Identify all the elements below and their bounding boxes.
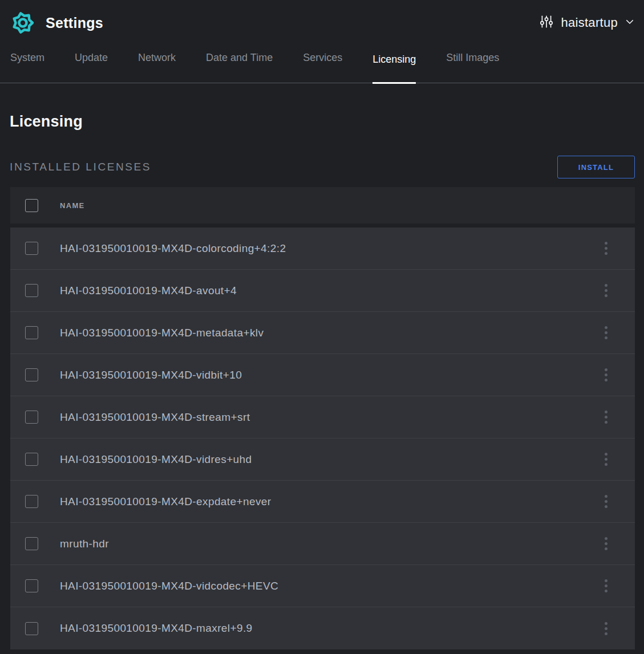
row-checkbox-cell xyxy=(10,326,60,339)
licenses-table: NAME HAI-031950010019-MX4D-colorcoding+4… xyxy=(10,187,635,649)
tab-network[interactable]: Network xyxy=(138,52,176,84)
kebab-menu-icon[interactable] xyxy=(601,323,611,343)
row-checkbox[interactable] xyxy=(25,622,38,635)
kebab-menu-icon[interactable] xyxy=(601,365,611,385)
row-checkbox[interactable] xyxy=(25,453,38,466)
settings-gear-icon xyxy=(9,9,37,36)
table-row: HAI-031950010019-MX4D-maxrel+9.9 xyxy=(10,607,635,649)
row-checkbox[interactable] xyxy=(25,495,38,508)
table-row: HAI-031950010019-MX4D-avout+4 xyxy=(10,270,635,312)
row-actions-cell xyxy=(577,407,635,427)
row-checkbox[interactable] xyxy=(25,368,38,381)
settings-tab-bar: System Update Network Date and Time Serv… xyxy=(0,46,644,83)
tab-services[interactable]: Services xyxy=(303,52,342,84)
table-row: HAI-031950010019-MX4D-vidbit+10 xyxy=(10,354,635,396)
license-name: HAI-031950010019-MX4D-stream+srt xyxy=(60,411,577,424)
row-checkbox-cell xyxy=(10,453,60,466)
row-actions-cell xyxy=(577,238,635,258)
row-checkbox[interactable] xyxy=(25,326,38,339)
license-name: HAI-031950010019-MX4D-vidres+uhd xyxy=(60,453,577,466)
table-row: HAI-031950010019-MX4D-colorcoding+4:2:2 xyxy=(10,228,635,270)
row-actions-cell xyxy=(577,491,635,511)
license-name: HAI-031950010019-MX4D-vidbit+10 xyxy=(60,369,577,381)
row-checkbox[interactable] xyxy=(25,242,38,255)
kebab-menu-icon[interactable] xyxy=(601,491,611,511)
kebab-menu-icon[interactable] xyxy=(601,407,611,427)
app-bar: Settings haistartup xyxy=(0,0,644,46)
row-checkbox-cell xyxy=(10,284,60,297)
row-checkbox-cell xyxy=(10,242,60,255)
license-name: HAI-031950010019-MX4D-metadata+klv xyxy=(60,327,577,339)
kebab-menu-icon[interactable] xyxy=(601,576,611,596)
column-header-name: NAME xyxy=(60,201,84,210)
row-actions-cell xyxy=(577,365,635,385)
row-checkbox-cell xyxy=(10,411,60,424)
row-actions-cell xyxy=(577,576,635,596)
select-all-checkbox[interactable] xyxy=(25,199,38,212)
table-row: HAI-031950010019-MX4D-vidres+uhd xyxy=(10,438,635,481)
device-name: haistartup xyxy=(561,15,618,30)
tab-system[interactable]: System xyxy=(10,52,44,84)
install-button[interactable]: INSTALL xyxy=(557,156,635,178)
row-checkbox[interactable] xyxy=(25,411,38,424)
table-row: HAI-031950010019-MX4D-vidcodec+HEVC xyxy=(10,565,635,607)
kebab-menu-icon[interactable] xyxy=(601,238,611,258)
license-name: HAI-031950010019-MX4D-expdate+never xyxy=(60,495,577,508)
sliders-icon xyxy=(539,14,554,31)
license-name: HAI-031950010019-MX4D-colorcoding+4:2:2 xyxy=(60,242,577,255)
row-actions-cell xyxy=(577,619,635,639)
tab-still-images[interactable]: Still Images xyxy=(446,52,499,84)
table-row: HAI-031950010019-MX4D-stream+srt xyxy=(10,396,635,438)
kebab-menu-icon[interactable] xyxy=(601,281,611,300)
table-body: HAI-031950010019-MX4D-colorcoding+4:2:2 … xyxy=(10,228,635,649)
app-title: Settings xyxy=(46,15,103,31)
row-actions-cell xyxy=(577,281,635,300)
row-actions-cell xyxy=(577,449,635,469)
table-row: HAI-031950010019-MX4D-expdate+never xyxy=(10,481,635,523)
header-checkbox-cell xyxy=(10,199,60,212)
kebab-menu-icon[interactable] xyxy=(601,619,611,639)
tab-update[interactable]: Update xyxy=(75,52,108,84)
installed-licenses-section-bar: INSTALLED LICENSES INSTALL xyxy=(0,156,644,178)
row-checkbox-cell xyxy=(10,537,60,550)
license-name: HAI-031950010019-MX4D-vidcodec+HEVC xyxy=(60,580,577,592)
row-checkbox-cell xyxy=(10,368,60,381)
kebab-menu-icon[interactable] xyxy=(601,449,611,469)
license-name: HAI-031950010019-MX4D-maxrel+9.9 xyxy=(60,622,577,635)
row-checkbox[interactable] xyxy=(25,284,38,297)
chevron-down-icon xyxy=(625,17,635,29)
row-checkbox-cell xyxy=(10,622,60,635)
table-row: mruth-hdr xyxy=(10,523,635,565)
license-name: HAI-031950010019-MX4D-avout+4 xyxy=(60,285,577,297)
row-checkbox-cell xyxy=(10,495,60,508)
tab-date-and-time[interactable]: Date and Time xyxy=(206,52,273,84)
tab-licensing[interactable]: Licensing xyxy=(372,54,416,84)
row-checkbox-cell xyxy=(10,579,60,592)
row-checkbox[interactable] xyxy=(25,579,38,592)
app-bar-left: Settings xyxy=(9,9,103,36)
kebab-menu-icon[interactable] xyxy=(601,534,611,554)
page-title: Licensing xyxy=(0,83,644,131)
license-name: mruth-hdr xyxy=(60,538,577,550)
row-checkbox[interactable] xyxy=(25,537,38,550)
table-row: HAI-031950010019-MX4D-metadata+klv xyxy=(10,312,635,354)
row-actions-cell xyxy=(577,534,635,554)
account-menu[interactable]: haistartup xyxy=(539,14,635,31)
row-actions-cell xyxy=(577,323,635,343)
section-title: INSTALLED LICENSES xyxy=(10,161,151,173)
table-header-row: NAME xyxy=(10,187,635,224)
